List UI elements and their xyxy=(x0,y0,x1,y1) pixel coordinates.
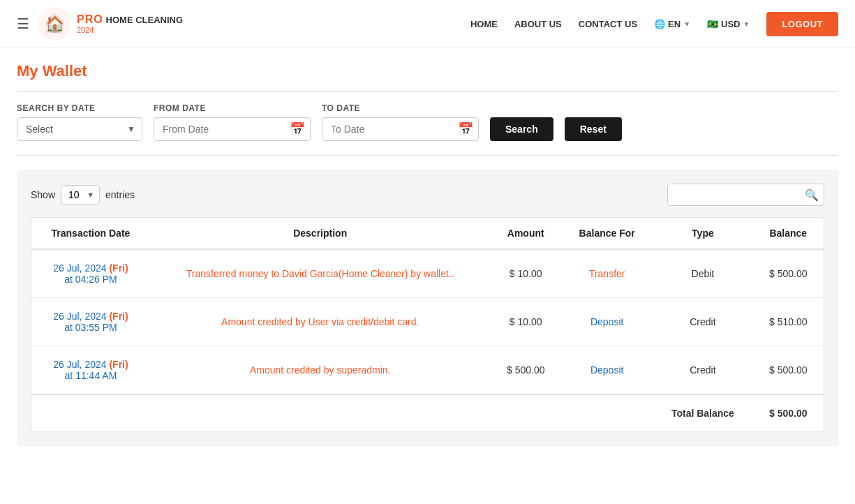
transactions-table: Transaction Date Description Amount Bala… xyxy=(31,217,824,432)
header: ☰ 🏠 PRO HOME CLEANING 2024 HOME ABOUT US… xyxy=(0,0,855,48)
total-empty-3 xyxy=(491,394,561,432)
main-nav: HOME ABOUT US CONTACT US 🌐 EN ▼ 🇧🇷 USD ▼… xyxy=(470,12,838,36)
from-date-wrapper: 📅 xyxy=(154,117,311,141)
logo-text: PRO HOME CLEANING 2024 xyxy=(77,13,183,35)
from-date-group: FROM DATE 📅 xyxy=(154,103,311,141)
to-date-group: TO DATE 📅 xyxy=(322,103,479,141)
to-date-calendar-icon[interactable]: 📅 xyxy=(458,121,473,137)
from-date-calendar-icon[interactable]: 📅 xyxy=(290,121,305,137)
total-row: Total Balance $ 500.00 xyxy=(31,394,824,432)
cell-balance: $ 510.00 xyxy=(752,298,824,346)
logo-year: 2024 xyxy=(77,26,183,35)
chevron-down-icon: ▼ xyxy=(683,20,690,28)
col-transaction-date: Transaction Date xyxy=(31,218,150,250)
table-row: 26 Jul, 2024 (Fri)at 03:55 PMAmount cred… xyxy=(31,298,824,346)
cell-balance: $ 500.00 xyxy=(752,346,824,395)
search-by-date-label: SEARCH BY DATE xyxy=(17,103,142,113)
table-search-wrapper: 🔍 xyxy=(667,184,824,206)
currency-label: USD xyxy=(721,19,740,29)
cell-amount: $ 10.00 xyxy=(491,249,561,298)
to-date-input[interactable] xyxy=(322,117,479,141)
col-balance: Balance xyxy=(752,218,824,250)
header-row: Transaction Date Description Amount Bala… xyxy=(31,218,824,250)
table-body: 26 Jul, 2024 (Fri)at 04:26 PMTransferred… xyxy=(31,249,824,432)
logo-area: 🏠 PRO HOME CLEANING 2024 xyxy=(38,7,183,40)
cell-type: Credit xyxy=(653,298,752,346)
nav-contact[interactable]: CONTACT US xyxy=(579,19,637,29)
logo-icon: 🏠 xyxy=(38,7,71,40)
total-empty-4 xyxy=(561,394,653,432)
table-row: 26 Jul, 2024 (Fri)at 04:26 PMTransferred… xyxy=(31,249,824,298)
entries-label: entries xyxy=(105,189,135,200)
logout-button[interactable]: LOGOUT xyxy=(766,12,838,36)
total-empty-2 xyxy=(150,394,491,432)
col-description: Description xyxy=(150,218,491,250)
total-empty-1 xyxy=(31,394,150,432)
nav-about[interactable]: ABOUT US xyxy=(514,19,562,29)
language-flag: 🌐 xyxy=(654,19,665,29)
header-left: ☰ 🏠 PRO HOME CLEANING 2024 xyxy=(17,7,183,40)
from-date-input[interactable] xyxy=(154,117,311,141)
cell-description: Amount credited by User via credit/debit… xyxy=(150,298,491,346)
hamburger-icon[interactable]: ☰ xyxy=(17,15,29,32)
cell-date: 26 Jul, 2024 (Fri)at 03:55 PM xyxy=(31,298,150,346)
language-switcher[interactable]: 🌐 EN ▼ xyxy=(654,19,690,29)
search-button[interactable]: Search xyxy=(490,117,553,141)
total-balance-value: $ 500.00 xyxy=(752,394,824,432)
search-by-date-group: SEARCH BY DATE Select ▼ xyxy=(17,103,142,141)
cell-type: Credit xyxy=(653,346,752,395)
cell-type: Debit xyxy=(653,249,752,298)
date-filter-select-wrapper: Select ▼ xyxy=(17,117,142,141)
logo-pro: PRO xyxy=(77,13,103,25)
cell-balance-for: Transfer xyxy=(561,249,653,298)
table-section: Show 10 25 50 ▼ entries 🔍 Tran xyxy=(17,170,838,446)
logo-name: HOME CLEANING xyxy=(106,15,184,25)
col-balance-for: Balance For xyxy=(561,218,653,250)
cell-balance: $ 500.00 xyxy=(752,249,824,298)
table-row: 26 Jul, 2024 (Fri)at 11:44 AMAmount cred… xyxy=(31,346,824,395)
to-date-label: TO DATE xyxy=(322,103,479,113)
total-balance-label: Total Balance xyxy=(653,394,752,432)
svg-text:🏠: 🏠 xyxy=(45,15,65,34)
cell-description: Amount credited by superadmin. xyxy=(150,346,491,395)
entries-select[interactable]: 10 25 50 xyxy=(61,185,100,205)
currency-switcher[interactable]: 🇧🇷 USD ▼ xyxy=(707,19,750,29)
reset-button[interactable]: Reset xyxy=(565,117,622,141)
currency-flag: 🇧🇷 xyxy=(707,19,718,29)
cell-amount: $ 10.00 xyxy=(491,298,561,346)
col-type: Type xyxy=(653,218,752,250)
table-controls: Show 10 25 50 ▼ entries 🔍 xyxy=(31,184,824,206)
show-entries: Show 10 25 50 ▼ entries xyxy=(31,185,135,205)
page-content: My Wallet SEARCH BY DATE Select ▼ FROM D… xyxy=(0,48,855,460)
page-title: My Wallet xyxy=(17,62,838,80)
date-filter-select[interactable]: Select xyxy=(17,117,142,141)
cell-balance-for: Deposit xyxy=(561,346,653,395)
table-header: Transaction Date Description Amount Bala… xyxy=(31,218,824,250)
table-search-icon[interactable]: 🔍 xyxy=(805,188,819,202)
show-label: Show xyxy=(31,189,55,200)
cell-date: 26 Jul, 2024 (Fri)at 04:26 PM xyxy=(31,249,150,298)
cell-amount: $ 500.00 xyxy=(491,346,561,395)
table-search-input[interactable] xyxy=(667,184,824,206)
entries-select-wrapper: 10 25 50 ▼ xyxy=(61,185,100,205)
chevron-down-icon-2: ▼ xyxy=(743,20,750,28)
to-date-wrapper: 📅 xyxy=(322,117,479,141)
filter-bar: SEARCH BY DATE Select ▼ FROM DATE 📅 TO D… xyxy=(17,91,838,156)
nav-home[interactable]: HOME xyxy=(470,19,498,29)
cell-balance-for: Deposit xyxy=(561,298,653,346)
language-label: EN xyxy=(668,19,681,29)
col-amount: Amount xyxy=(491,218,561,250)
from-date-label: FROM DATE xyxy=(154,103,311,113)
cell-description: Transferred money to David Garcia(Home C… xyxy=(150,249,491,298)
cell-date: 26 Jul, 2024 (Fri)at 11:44 AM xyxy=(31,346,150,395)
